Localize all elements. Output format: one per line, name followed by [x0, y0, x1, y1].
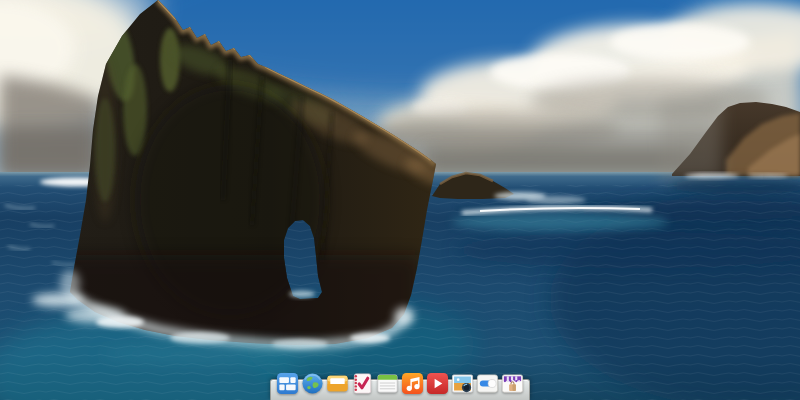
play-icon	[426, 372, 449, 395]
wallpaper	[0, 0, 800, 400]
toggle-icon	[476, 372, 499, 395]
envelope-icon	[326, 372, 349, 395]
dock-item-settings[interactable]	[476, 372, 499, 395]
dock-item-mail[interactable]	[326, 372, 349, 395]
photo-lens-icon	[451, 372, 474, 395]
dock-item-videos[interactable]	[426, 372, 449, 395]
dock-item-web[interactable]	[301, 372, 324, 395]
dock-item-calendar[interactable]	[376, 372, 399, 395]
dock-item-photos[interactable]	[451, 372, 474, 395]
multitasking-icon	[276, 372, 299, 395]
dock-item-music[interactable]	[401, 372, 424, 395]
checklist-icon	[351, 372, 374, 395]
dock-item-tasks[interactable]	[351, 372, 374, 395]
globe-icon	[301, 372, 324, 395]
dock-item-appcenter[interactable]	[501, 372, 524, 395]
storefront-icon	[501, 372, 524, 395]
dock	[270, 379, 530, 400]
desktop[interactable]	[0, 0, 800, 400]
music-note-icon	[401, 372, 424, 395]
calendar-icon	[376, 372, 399, 395]
dock-item-multitasking[interactable]	[276, 372, 299, 395]
